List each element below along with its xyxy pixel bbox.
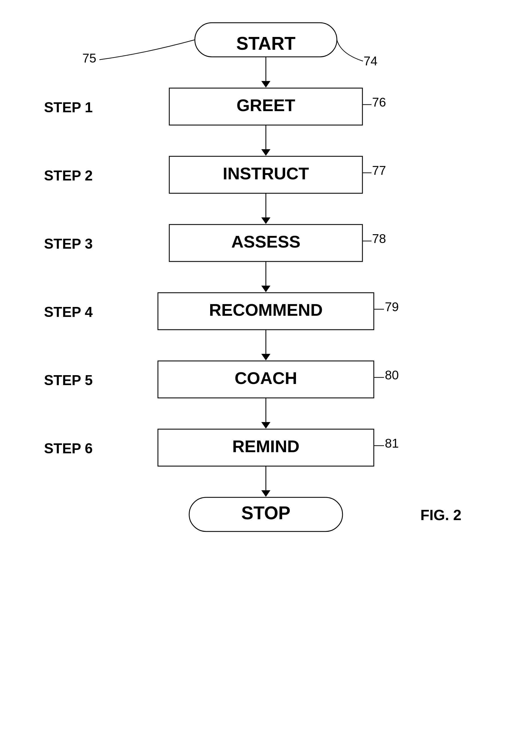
svg-text:77: 77 [372, 163, 386, 177]
svg-marker-29 [261, 354, 270, 360]
svg-text:REMIND: REMIND [232, 437, 300, 456]
svg-rect-24 [158, 293, 374, 330]
svg-rect-6 [169, 88, 363, 125]
svg-text:76: 76 [372, 95, 386, 109]
svg-text:GREET: GREET [237, 96, 295, 115]
svg-marker-41 [261, 490, 270, 497]
svg-marker-35 [261, 422, 270, 429]
svg-text:STEP 3: STEP 3 [44, 236, 92, 252]
svg-text:74: 74 [364, 54, 377, 68]
svg-text:79: 79 [385, 300, 399, 314]
svg-text:ASSESS: ASSESS [231, 232, 300, 251]
svg-text:STEP 6: STEP 6 [44, 441, 92, 456]
svg-rect-0 [195, 23, 337, 57]
svg-marker-23 [261, 285, 270, 292]
svg-text:COACH: COACH [235, 369, 297, 388]
svg-text:RECOMMEND: RECOMMEND [209, 300, 323, 319]
diagram-container: START 75 74 GREET STEP 1 76 INSTRUCT STE… [0, 0, 532, 756]
svg-marker-5 [261, 81, 270, 88]
svg-text:STEP 4: STEP 4 [44, 304, 93, 320]
svg-text:81: 81 [385, 436, 399, 450]
svg-rect-36 [158, 429, 374, 466]
flowchart-svg: START 75 74 GREET STEP 1 76 INSTRUCT STE… [0, 0, 532, 756]
svg-text:STEP 1: STEP 1 [44, 99, 92, 115]
svg-text:75: 75 [82, 51, 96, 65]
svg-marker-17 [261, 217, 270, 224]
svg-text:80: 80 [385, 368, 399, 382]
svg-text:FIG. 2: FIG. 2 [420, 507, 461, 523]
svg-text:START: START [236, 33, 296, 54]
svg-marker-11 [261, 149, 270, 156]
svg-rect-18 [169, 225, 363, 261]
svg-text:78: 78 [372, 231, 386, 246]
svg-rect-30 [158, 361, 374, 398]
svg-rect-42 [189, 498, 342, 531]
svg-rect-12 [169, 156, 363, 193]
svg-text:STEP 5: STEP 5 [44, 372, 92, 388]
svg-text:STOP: STOP [241, 503, 290, 523]
svg-text:INSTRUCT: INSTRUCT [223, 164, 309, 183]
svg-text:STEP 2: STEP 2 [44, 168, 92, 184]
